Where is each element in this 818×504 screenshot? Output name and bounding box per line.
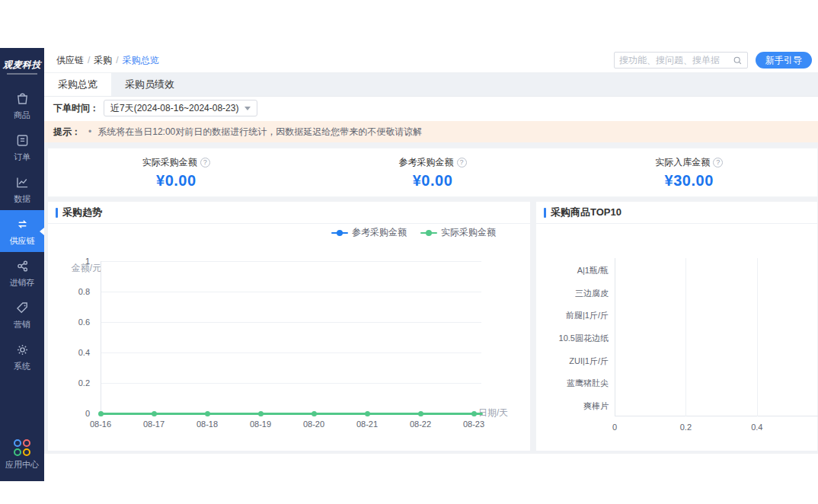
notice-prefix: 提示： — [53, 126, 81, 139]
content-area: 实际采购金额 ? ¥0.00 参考采购金额 ? ¥0.00 实际入库金额 ? — [44, 142, 818, 454]
category-label: A|1瓶/瓶 — [536, 265, 609, 276]
sidebar-item-label: 系统 — [14, 361, 30, 372]
gridline — [757, 258, 758, 416]
x-tick-label: 08-19 — [241, 419, 280, 429]
chevron-down-icon — [244, 107, 251, 110]
shopping-bag-icon — [14, 91, 30, 107]
help-icon[interactable]: ? — [457, 158, 467, 167]
y-tick-label: 0.6 — [48, 317, 90, 327]
sidebar: 观麦科技 商品 订单 数据 供应链 — [0, 48, 44, 481]
help-icon[interactable]: ? — [200, 158, 210, 167]
filter-row: 下单时间： 近7天(2024-08-16~2024-08-23) — [44, 97, 818, 120]
top10-chart-title: 采购商品TOP10 — [551, 206, 621, 219]
tag-icon — [14, 300, 30, 316]
sidebar-item-marketing[interactable]: 营销 — [0, 294, 44, 336]
app-window: 观麦科技 商品 订单 数据 供应链 — [0, 48, 818, 481]
stat-actual-purchase: 实际采购金额 ? ¥0.00 — [48, 148, 305, 196]
stat-reference-purchase: 参考采购金额 ? ¥0.00 — [305, 148, 561, 196]
breadcrumb-separator: / — [88, 55, 90, 65]
y-axis-line — [101, 261, 101, 413]
tab-purchase-overview[interactable]: 采购总览 — [44, 73, 111, 96]
global-search[interactable] — [614, 52, 748, 69]
category-label: 爽棒片 — [536, 400, 609, 412]
legend-item-actual[interactable]: 实际采购金额 — [420, 226, 496, 239]
breadcrumb-separator: / — [116, 55, 118, 65]
sidebar-item-label: 订单 — [14, 152, 30, 163]
y-tick-label: 0 — [48, 409, 90, 418]
gridline — [101, 292, 481, 292]
category-label: ZUI|1斤/斤 — [536, 356, 609, 367]
sidebar-item-system[interactable]: 系统 — [0, 336, 44, 378]
sidebar-item-goods[interactable]: 商品 — [0, 85, 44, 126]
y-tick-label: 0.2 — [48, 378, 90, 388]
tab-buyer-performance[interactable]: 采购员绩效 — [111, 73, 188, 96]
tab-strip: 采购总览 采购员绩效 — [44, 73, 818, 97]
category-label: 蓝鹰猪肚尖 — [536, 378, 609, 389]
x-tick-label: 08-16 — [81, 419, 120, 429]
stat-label: 实际采购金额 — [142, 156, 197, 169]
data-point — [418, 411, 423, 416]
newbie-guide-button[interactable]: 新手引导 — [756, 52, 812, 69]
legend-item-reference[interactable]: 参考采购金额 — [331, 226, 407, 239]
supply-chain-arrows-icon — [14, 216, 30, 232]
stat-cards: 实际采购金额 ? ¥0.00 参考采购金额 ? ¥0.00 实际入库金额 ? — [47, 148, 818, 197]
sidebar-item-app-center[interactable]: 应用中心 — [0, 434, 44, 475]
main-content: 采购总览 采购员绩效 下单时间： 近7天(2024-08-16~2024-08-… — [44, 73, 818, 481]
x-tick-label: 0.4 — [744, 423, 770, 432]
stat-label: 参考采购金额 — [399, 156, 454, 169]
legend-line-dot-icon — [331, 230, 348, 236]
data-point — [365, 411, 370, 416]
gridline — [685, 258, 686, 416]
title-accent-bar — [544, 208, 546, 218]
data-point — [471, 411, 477, 416]
sidebar-item-label: 数据 — [14, 193, 30, 205]
data-point — [258, 411, 264, 416]
trend-chart-title: 采购趋势 — [62, 206, 102, 219]
plot-frame — [615, 258, 818, 416]
breadcrumb-purchase[interactable]: 采购 — [94, 54, 112, 67]
data-point — [312, 411, 317, 416]
gear-icon — [14, 342, 30, 358]
x-tick-label: 08-17 — [135, 419, 173, 429]
app-grid-icon — [14, 439, 30, 456]
sidebar-item-label: 应用中心 — [5, 459, 39, 471]
x-tick-label: 08-20 — [295, 419, 333, 429]
series-line-actual — [101, 413, 483, 415]
trend-legend: 参考采购金额 实际采购金额 — [331, 226, 496, 239]
line-chart-icon — [14, 174, 30, 190]
x-tick-label: 0.2 — [673, 423, 698, 432]
stat-value: ¥30.00 — [665, 172, 714, 190]
notice-bullet: • — [88, 126, 91, 137]
legend-label: 参考采购金额 — [352, 226, 407, 239]
sidebar-item-data[interactable]: 数据 — [0, 168, 44, 210]
gridline — [101, 261, 481, 262]
gridline — [101, 322, 481, 323]
stat-value: ¥0.00 — [413, 172, 453, 190]
stat-value: ¥0.00 — [156, 172, 197, 190]
title-accent-bar — [56, 208, 58, 218]
order-time-label: 下单时间： — [53, 102, 99, 115]
search-icon[interactable] — [733, 56, 743, 65]
logo-subline — [7, 73, 37, 75]
breadcrumb-purchase-overview[interactable]: 采购总览 — [123, 54, 159, 67]
date-range-select[interactable]: 近7天(2024-08-16~2024-08-23) — [104, 100, 257, 116]
order-document-icon — [14, 132, 30, 148]
search-input[interactable] — [619, 55, 733, 65]
sidebar-item-inventory[interactable]: 进销存 — [0, 252, 44, 294]
data-point — [205, 411, 210, 416]
stat-label: 实际入库金额 — [655, 156, 710, 169]
trend-chart: 参考采购金额 实际采购金额 金额/元 日期/天 10.80.60.40.2 — [48, 224, 530, 451]
charts-row: 采购趋势 参考采购金额 — [47, 201, 818, 451]
top10-chart: 00.20.4A|1瓶/瓶三边腐皮前腿|1斤/斤10.5圆花边纸ZUI|1斤/斤… — [536, 224, 817, 451]
help-icon[interactable]: ? — [713, 158, 723, 167]
top10-panel: 采购商品TOP10 00.20.4A|1瓶/瓶三边腐皮前腿|1斤/斤10.5圆花… — [535, 201, 818, 451]
sidebar-item-label: 营销 — [14, 319, 30, 330]
purchase-trend-panel: 采购趋势 参考采购金额 — [47, 201, 531, 451]
share-nodes-icon — [14, 258, 30, 274]
sidebar-item-orders[interactable]: 订单 — [0, 126, 44, 168]
sidebar-item-supply-chain[interactable]: 供应链 — [0, 210, 44, 252]
app-logo: 观麦科技 — [0, 48, 44, 85]
category-label: 10.5圆花边纸 — [536, 333, 609, 344]
breadcrumb-supply-chain[interactable]: 供应链 — [56, 54, 84, 67]
top-bar: 供应链 / 采购 / 采购总览 新手引导 — [44, 48, 818, 73]
